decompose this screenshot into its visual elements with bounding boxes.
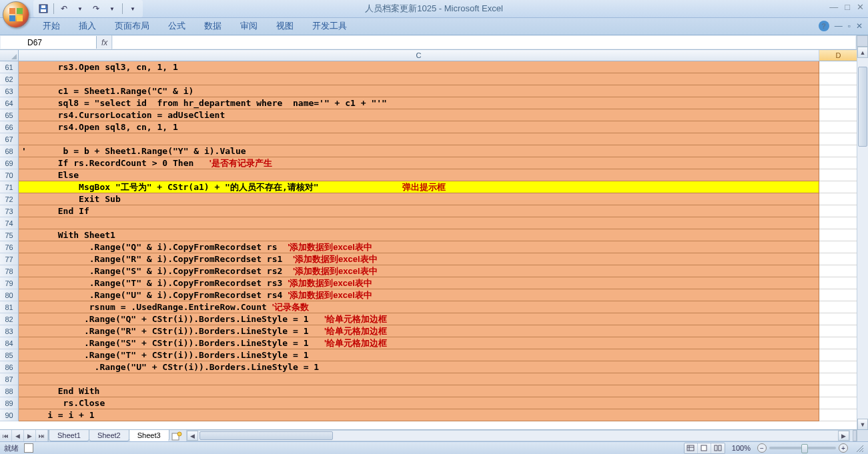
horizontal-scrollbar[interactable]: ◀ ▶ bbox=[186, 430, 850, 441]
sheet-prev-button[interactable]: ◀ bbox=[12, 430, 24, 441]
macro-record-icon[interactable] bbox=[24, 443, 33, 453]
cell-d-69[interactable] bbox=[819, 157, 858, 169]
row-header-76[interactable]: 76 bbox=[0, 241, 19, 253]
cell-c-73[interactable]: End If bbox=[19, 205, 819, 217]
close-button[interactable]: ✕ bbox=[857, 2, 864, 12]
cell-d-75[interactable] bbox=[819, 229, 858, 241]
resize-grip[interactable] bbox=[855, 443, 864, 453]
row-header-66[interactable]: 66 bbox=[0, 121, 19, 133]
cell-c-89[interactable]: rs.Close bbox=[19, 397, 819, 409]
cell-c-88[interactable]: End With bbox=[19, 385, 819, 397]
row-header-86[interactable]: 86 bbox=[0, 361, 19, 373]
row-header-70[interactable]: 70 bbox=[0, 169, 19, 181]
ribbon-minimize-button[interactable]: — bbox=[835, 21, 843, 31]
hscroll-track[interactable] bbox=[198, 431, 838, 441]
row-header-68[interactable]: 68 bbox=[0, 145, 19, 157]
scroll-up-button[interactable]: ▲ bbox=[857, 47, 868, 58]
cell-c-74[interactable] bbox=[19, 217, 819, 229]
scroll-left-button[interactable]: ◀ bbox=[187, 431, 198, 441]
cell-d-88[interactable] bbox=[819, 385, 858, 397]
cell-d-64[interactable] bbox=[819, 97, 858, 109]
cell-d-82[interactable] bbox=[819, 313, 858, 325]
scroll-down-button[interactable]: ▼ bbox=[857, 419, 868, 430]
cell-d-67[interactable] bbox=[819, 133, 858, 145]
cell-d-76[interactable] bbox=[819, 241, 858, 253]
cells-column-c[interactable]: rs3.Open sql3, cn, 1, 1 c1 = Sheet1.Rang… bbox=[19, 61, 819, 421]
cell-d-73[interactable] bbox=[819, 205, 858, 217]
cell-d-83[interactable] bbox=[819, 325, 858, 337]
vertical-split-handle[interactable] bbox=[857, 35, 868, 47]
ribbon-tab-1[interactable]: 插入 bbox=[69, 17, 105, 35]
row-header-78[interactable]: 78 bbox=[0, 265, 19, 277]
cell-c-87[interactable] bbox=[19, 373, 819, 385]
cell-d-65[interactable] bbox=[819, 109, 858, 121]
cell-c-85[interactable]: .Range("T" + CStr(i)).Borders.LineStyle … bbox=[19, 349, 819, 361]
row-header-71[interactable]: 71 bbox=[0, 181, 19, 193]
cell-c-62[interactable] bbox=[19, 73, 819, 85]
zoom-slider[interactable] bbox=[769, 447, 836, 449]
row-header-90[interactable]: 90 bbox=[0, 409, 19, 421]
help-icon[interactable]: ? bbox=[819, 21, 829, 31]
ribbon-tab-3[interactable]: 公式 bbox=[159, 17, 195, 35]
cell-d-81[interactable] bbox=[819, 301, 858, 313]
sheet-last-button[interactable]: ⏭ bbox=[36, 430, 48, 441]
cell-d-61[interactable] bbox=[819, 61, 858, 73]
cell-d-86[interactable] bbox=[819, 361, 858, 373]
row-header-72[interactable]: 72 bbox=[0, 193, 19, 205]
cell-c-70[interactable]: Else bbox=[19, 169, 819, 181]
row-header-80[interactable]: 80 bbox=[0, 289, 19, 301]
cell-d-78[interactable] bbox=[819, 265, 858, 277]
cell-c-81[interactable]: rsnum = .UsedRange.EntireRow.Count '记录条数 bbox=[19, 301, 819, 313]
row-header-81[interactable]: 81 bbox=[0, 301, 19, 313]
cell-d-77[interactable] bbox=[819, 253, 858, 265]
page-layout-view-button[interactable] bbox=[698, 443, 711, 453]
cell-d-72[interactable] bbox=[819, 193, 858, 205]
row-header-67[interactable]: 67 bbox=[0, 133, 19, 145]
zoom-percentage[interactable]: 100% bbox=[728, 444, 755, 452]
vertical-scrollbar[interactable]: ▲ ▼ bbox=[857, 47, 868, 430]
qat-customize-icon[interactable]: ▼ bbox=[127, 3, 139, 15]
vertical-scroll-thumb[interactable] bbox=[858, 67, 867, 147]
horizontal-scroll-thumb[interactable] bbox=[199, 431, 333, 440]
zoom-out-button[interactable]: − bbox=[757, 443, 767, 453]
ribbon-tab-5[interactable]: 审阅 bbox=[231, 17, 267, 35]
undo-icon[interactable]: ↶ bbox=[58, 3, 70, 15]
zoom-in-button[interactable]: + bbox=[839, 443, 848, 453]
cell-d-70[interactable] bbox=[819, 169, 858, 181]
column-header-d[interactable]: D bbox=[819, 50, 858, 61]
cell-d-62[interactable] bbox=[819, 73, 858, 85]
undo-dropdown-icon[interactable]: ▼ bbox=[74, 3, 86, 15]
cells-column-d[interactable] bbox=[819, 61, 858, 421]
cell-d-85[interactable] bbox=[819, 349, 858, 361]
cell-d-89[interactable] bbox=[819, 397, 858, 409]
sheet-tab-sheet1[interactable]: Sheet1 bbox=[49, 430, 89, 441]
cell-c-80[interactable]: .Range("U" & i).CopyFromRecordset rs4 '添… bbox=[19, 289, 819, 301]
ribbon-tab-7[interactable]: 开发工具 bbox=[303, 17, 356, 35]
row-header-89[interactable]: 89 bbox=[0, 397, 19, 409]
ribbon-tab-2[interactable]: 页面布局 bbox=[105, 17, 159, 35]
cell-d-74[interactable] bbox=[819, 217, 858, 229]
ribbon-tab-6[interactable]: 视图 bbox=[267, 17, 303, 35]
ribbon-close-button[interactable]: ✕ bbox=[856, 21, 863, 31]
row-header-79[interactable]: 79 bbox=[0, 277, 19, 289]
column-header-c[interactable]: C bbox=[19, 50, 819, 61]
cell-c-63[interactable]: c1 = Sheet1.Range("C" & i) bbox=[19, 85, 819, 97]
select-all-corner[interactable] bbox=[0, 50, 19, 61]
row-header-73[interactable]: 73 bbox=[0, 205, 19, 217]
cell-d-71[interactable] bbox=[819, 181, 858, 193]
cell-c-69[interactable]: If rs.RecordCount > 0 Then '是否有记录产生 bbox=[19, 157, 819, 169]
cell-c-83[interactable]: .Range("R" + CStr(i)).Borders.LineStyle … bbox=[19, 325, 819, 337]
row-header-87[interactable]: 87 bbox=[0, 373, 19, 385]
formula-input[interactable] bbox=[113, 36, 855, 49]
fx-icon[interactable]: fx bbox=[101, 38, 107, 47]
cell-c-82[interactable]: .Range("Q" + CStr(i)).Borders.LineStyle … bbox=[19, 313, 819, 325]
cell-d-84[interactable] bbox=[819, 337, 858, 349]
row-header-65[interactable]: 65 bbox=[0, 109, 19, 121]
row-header-62[interactable]: 62 bbox=[0, 73, 19, 85]
cell-c-64[interactable]: sql8 = "select id from hr_department whe… bbox=[19, 97, 819, 109]
ribbon-tab-4[interactable]: 数据 bbox=[195, 17, 231, 35]
ribbon-restore-button[interactable]: ▫ bbox=[848, 21, 851, 31]
office-button[interactable] bbox=[3, 1, 29, 28]
row-header-88[interactable]: 88 bbox=[0, 385, 19, 397]
minimize-button[interactable]: — bbox=[829, 2, 838, 12]
